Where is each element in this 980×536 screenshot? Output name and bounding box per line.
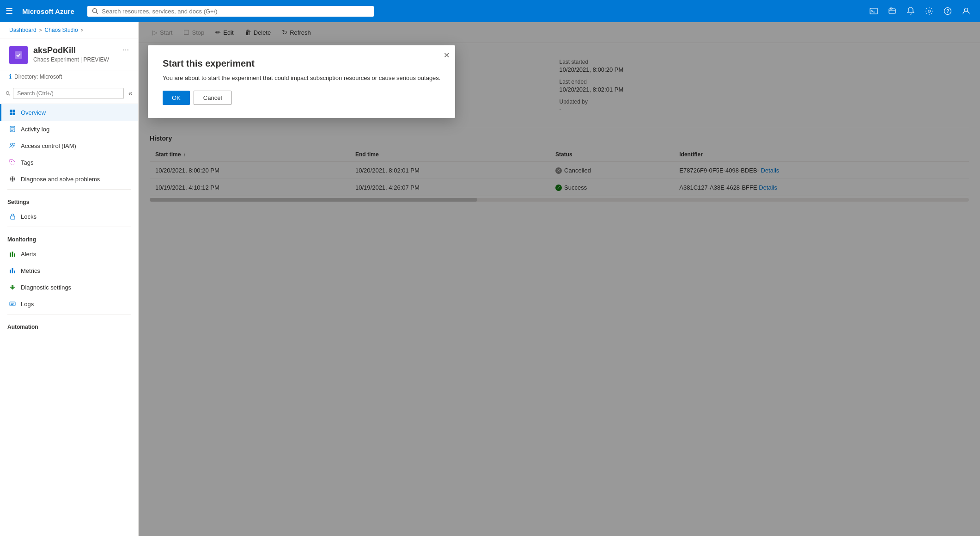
- sidebar-item-tags-label: Tags: [21, 159, 33, 166]
- svg-point-21: [11, 143, 13, 146]
- sidebar-item-activity-log[interactable]: Activity log: [0, 121, 138, 137]
- sidebar-collapse-button[interactable]: «: [128, 89, 133, 98]
- automation-section-header: Automation: [0, 316, 138, 333]
- svg-text:?: ?: [946, 8, 950, 14]
- svg-rect-2: [870, 8, 877, 14]
- svg-rect-15: [10, 113, 12, 116]
- app-title: Microsoft Azure: [22, 7, 74, 15]
- resource-header: aksPodKill Chaos Experiment | PREVIEW ··…: [0, 38, 138, 70]
- sidebar-item-metrics-label: Metrics: [21, 267, 40, 274]
- svg-rect-29: [10, 270, 11, 273]
- resource-more-button[interactable]: ···: [123, 46, 129, 54]
- sidebar-item-diagnose[interactable]: Diagnose and solve problems: [0, 171, 138, 187]
- monitoring-section-header: Monitoring: [0, 229, 138, 246]
- svg-point-11: [6, 92, 9, 94]
- svg-line-1: [96, 12, 97, 13]
- sidebar-item-overview[interactable]: Overview: [0, 104, 138, 121]
- modal-description: You are about to start the experiment th…: [163, 74, 440, 81]
- svg-rect-13: [10, 110, 12, 112]
- svg-point-23: [11, 161, 12, 162]
- nav-divider-monitoring: [7, 227, 131, 227]
- alerts-icon: [9, 250, 16, 258]
- svg-rect-30: [12, 268, 13, 273]
- sidebar-item-activity-log-label: Activity log: [21, 126, 49, 133]
- search-input[interactable]: [102, 8, 369, 15]
- svg-rect-33: [10, 302, 15, 306]
- sidebar-item-alerts-label: Alerts: [21, 251, 36, 258]
- breadcrumb: Dashboard > Chaos Studio >: [0, 22, 138, 38]
- profile-icon[interactable]: [958, 3, 974, 19]
- top-bar: ☰ Microsoft Azure ?: [0, 0, 980, 22]
- sidebar: Dashboard > Chaos Studio > aksPodKill Ch…: [0, 22, 139, 536]
- modal-actions: OK Cancel: [163, 91, 440, 105]
- resource-subtitle: Chaos Experiment | PREVIEW: [33, 56, 117, 63]
- diagnostic-settings-icon: [9, 283, 16, 291]
- logs-icon: [9, 300, 16, 308]
- svg-rect-14: [13, 110, 16, 112]
- settings-icon[interactable]: [921, 3, 937, 19]
- help-icon[interactable]: ?: [939, 3, 956, 19]
- global-search[interactable]: [87, 6, 374, 17]
- sidebar-item-locks[interactable]: Locks: [0, 208, 138, 225]
- resource-info: aksPodKill Chaos Experiment | PREVIEW: [33, 46, 117, 63]
- svg-line-12: [9, 94, 10, 96]
- tags-icon: [9, 159, 16, 166]
- modal-title: Start this experiment: [163, 58, 440, 69]
- sidebar-item-metrics[interactable]: Metrics: [0, 262, 138, 279]
- breadcrumb-dashboard[interactable]: Dashboard: [9, 27, 37, 33]
- sidebar-item-locks-label: Locks: [21, 213, 37, 220]
- sidebar-item-logs[interactable]: Logs: [0, 296, 138, 312]
- resource-name: aksPodKill: [33, 46, 117, 55]
- access-control-icon: [9, 142, 16, 149]
- modal-ok-button[interactable]: OK: [163, 91, 190, 105]
- sidebar-item-tags[interactable]: Tags: [0, 154, 138, 171]
- content-area: ▷ Start ☐ Stop ✏ Edit 🗑 Delete ↻ Refresh: [139, 22, 980, 536]
- settings-section-header: Settings: [0, 191, 138, 208]
- sidebar-item-diagnose-label: Diagnose and solve problems: [21, 176, 100, 183]
- sidebar-item-access-control[interactable]: Access control (IAM): [0, 137, 138, 154]
- svg-rect-27: [12, 252, 13, 257]
- metrics-icon: [9, 267, 16, 274]
- svg-rect-25: [11, 216, 15, 219]
- svg-rect-10: [15, 51, 22, 59]
- sidebar-search-icon: [6, 91, 10, 96]
- breadcrumb-chaos-studio[interactable]: Chaos Studio: [45, 27, 78, 33]
- sidebar-search-input[interactable]: [13, 88, 124, 99]
- modal-close-button[interactable]: ✕: [444, 51, 450, 60]
- svg-rect-16: [13, 113, 16, 116]
- sidebar-search-container: «: [0, 83, 138, 104]
- directory-icon[interactable]: [884, 3, 901, 19]
- svg-point-22: [13, 143, 15, 146]
- locks-icon: [9, 213, 16, 220]
- sidebar-item-alerts[interactable]: Alerts: [0, 246, 138, 262]
- breadcrumb-sep-2: >: [81, 28, 84, 33]
- sidebar-item-diagnostic-settings-label: Diagnostic settings: [21, 284, 71, 291]
- info-icon: ℹ: [9, 73, 12, 80]
- main-layout: Dashboard > Chaos Studio > aksPodKill Ch…: [0, 22, 980, 536]
- bell-icon[interactable]: [902, 3, 919, 19]
- hamburger-icon[interactable]: ☰: [6, 6, 13, 16]
- nav-divider-automation: [7, 314, 131, 314]
- sidebar-item-logs-label: Logs: [21, 301, 34, 308]
- top-bar-icons: ?: [865, 3, 974, 19]
- svg-point-6: [928, 10, 931, 12]
- nav-divider-settings: [7, 189, 131, 190]
- terminal-icon[interactable]: [865, 3, 882, 19]
- sidebar-item-access-control-label: Access control (IAM): [21, 142, 76, 149]
- sidebar-item-overview-label: Overview: [21, 109, 46, 116]
- activity-log-icon: [9, 125, 16, 133]
- nav-scroll-area: Overview Activity log Access control (IA…: [0, 104, 138, 536]
- modal-dialog: ✕ Start this experiment You are about to…: [148, 45, 455, 118]
- sidebar-item-diagnostic-settings[interactable]: Diagnostic settings: [0, 279, 138, 296]
- svg-rect-31: [14, 271, 15, 273]
- directory-info: ℹ Directory: Microsoft: [0, 70, 138, 83]
- search-icon: [92, 8, 98, 14]
- svg-rect-26: [10, 253, 11, 257]
- modal-cancel-button[interactable]: Cancel: [194, 91, 231, 105]
- svg-rect-28: [14, 253, 15, 257]
- overview-icon: [9, 109, 16, 116]
- diagnose-icon: [9, 175, 16, 183]
- resource-icon: [9, 46, 28, 64]
- breadcrumb-sep-1: >: [39, 28, 42, 33]
- directory-text: Directory: Microsoft: [14, 74, 62, 80]
